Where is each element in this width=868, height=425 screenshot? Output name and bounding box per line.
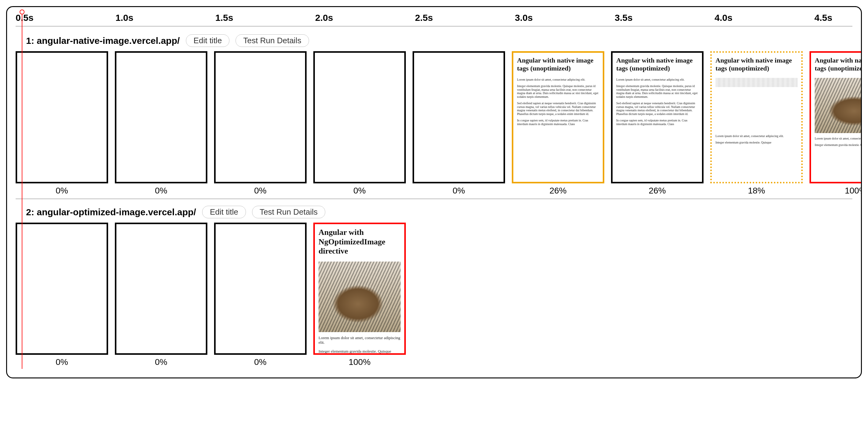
timeline-area: 0.5s1.0s1.5s2.0s2.5s3.0s3.5s4.0s4.5s 1: … <box>8 12 852 367</box>
frames-strip: 0%0%0%0%0% Angular with native image tag… <box>16 51 852 196</box>
page-title: Angular with native image tags (unoptimi… <box>517 56 599 73</box>
frame-percent: 26% <box>611 186 704 196</box>
page-preview: Angular with native image tags (unoptimi… <box>811 53 862 147</box>
lorem-paragraph: Lorem ipsum dolor sit amet, consectetur … <box>616 78 698 82</box>
lorem-paragraph: Lorem ipsum dolor sit amet, consectetur … <box>517 78 599 82</box>
page-preview: Angular with native image tags (unoptimi… <box>712 53 801 144</box>
test-run-details-button[interactable]: Test Run Details <box>236 34 309 47</box>
lorem-paragraph: In congue sapien sem, id vulputate metus… <box>616 119 698 126</box>
loading-band <box>715 78 798 87</box>
frame[interactable]: Angular with native image tags (unoptimi… <box>809 51 862 196</box>
lorem-paragraph: Integer elementum gravida molestie. Quis… <box>715 141 798 144</box>
time-tick: 4.0s <box>715 12 814 23</box>
row-title: 1: angular-native-image.vercel.app/ <box>26 35 180 46</box>
frame-thumbnail[interactable] <box>313 51 406 183</box>
frames-strip: 0%0%0% Angular with NgOptimizedImage dir… <box>16 223 852 367</box>
time-axis: 0.5s1.0s1.5s2.0s2.5s3.0s3.5s4.0s4.5s <box>16 12 852 26</box>
frame-thumbnail[interactable] <box>214 223 307 355</box>
frame[interactable]: 0% <box>214 51 307 196</box>
frame[interactable]: 0% <box>115 51 207 196</box>
hero-image <box>318 261 401 332</box>
lorem-paragraph: Lorem ipsum dolor sit amet, consectetur … <box>715 134 798 138</box>
frame[interactable]: 0% <box>313 51 406 196</box>
page-title: Angular with native image tags (unoptimi… <box>715 56 798 73</box>
time-tick: 2.0s <box>315 12 415 23</box>
frame-percent: 18% <box>710 186 803 196</box>
frame-thumbnail[interactable]: Angular with NgOptimizedImage directive … <box>313 223 406 355</box>
time-tick: 1.0s <box>116 12 215 23</box>
frame-percent: 0% <box>16 357 108 367</box>
frame-percent: 0% <box>214 186 307 196</box>
frame-thumbnail[interactable]: Angular with native image tags (unoptimi… <box>512 51 604 183</box>
time-tick: 0.5s <box>16 12 116 23</box>
frame-thumbnail[interactable] <box>115 223 207 355</box>
frame[interactable]: 0% <box>16 223 108 367</box>
page-title: Angular with native image tags (unoptimi… <box>815 56 862 73</box>
frame-percent: 100% <box>313 357 406 367</box>
frame-thumbnail[interactable]: Angular with native image tags (unoptimi… <box>809 51 862 183</box>
time-tick: 3.0s <box>515 12 615 23</box>
lorem-paragraph: Sed eleifend sapien at neque venenatis h… <box>517 102 599 116</box>
row-divider <box>16 199 852 199</box>
frame-thumbnail[interactable]: Angular with native image tags (unoptimi… <box>710 51 803 183</box>
frame-percent: 0% <box>412 186 505 196</box>
frame-thumbnail[interactable] <box>16 51 108 183</box>
frame-percent: 0% <box>115 186 207 196</box>
frame[interactable]: 0% <box>115 223 207 367</box>
frame-thumbnail[interactable] <box>16 223 108 355</box>
edit-title-button[interactable]: Edit title <box>202 206 246 218</box>
timeline-row: 1: angular-native-image.vercel.app/ Edit… <box>16 34 852 199</box>
row-header: 2: angular-optimized-image.vercel.app/ E… <box>16 206 852 218</box>
row-header: 1: angular-native-image.vercel.app/ Edit… <box>16 34 852 47</box>
page-preview: Angular with native image tags (unoptimi… <box>513 53 603 126</box>
page-preview: Angular with native image tags (unoptimi… <box>613 53 702 126</box>
time-tick: 4.5s <box>814 12 862 23</box>
frame-thumbnail[interactable] <box>412 51 505 183</box>
frame-percent: 0% <box>115 357 207 367</box>
edit-title-button[interactable]: Edit title <box>186 34 230 47</box>
lorem-paragraph: Integer elementum gravida molestie. Quis… <box>616 84 698 98</box>
hero-image <box>815 78 862 133</box>
frame-thumbnail[interactable] <box>115 51 207 183</box>
frame[interactable]: 0% <box>214 223 307 367</box>
page-title: Angular with NgOptimizedImage directive <box>318 228 401 256</box>
time-tick: 1.5s <box>215 12 315 23</box>
time-tick: 2.5s <box>415 12 515 23</box>
time-tick: 3.5s <box>615 12 715 23</box>
playhead[interactable] <box>22 12 22 369</box>
frame[interactable]: Angular with native image tags (unoptimi… <box>611 51 704 196</box>
frame-thumbnail[interactable]: Angular with native image tags (unoptimi… <box>611 51 704 183</box>
lorem-paragraph: Lorem ipsum dolor sit amet, consectetur … <box>318 336 401 345</box>
timeline-row: 2: angular-optimized-image.vercel.app/ E… <box>16 206 852 367</box>
frame[interactable]: 0% <box>412 51 505 196</box>
lorem-paragraph: Integer elementum gravida molestie. Quis… <box>815 143 862 147</box>
frame-percent: 0% <box>214 357 307 367</box>
frame[interactable]: Angular with native image tags (unoptimi… <box>512 51 604 196</box>
test-run-details-button[interactable]: Test Run Details <box>252 206 325 218</box>
frame-percent: 0% <box>313 186 406 196</box>
lorem-paragraph: Lorem ipsum dolor sit amet, consectetur … <box>815 137 862 140</box>
frame-thumbnail[interactable] <box>214 51 307 183</box>
page-preview: Angular with NgOptimizedImage directive … <box>315 224 404 354</box>
lorem-paragraph: Integer elementum gravida molestie. Quis… <box>517 84 599 98</box>
frame-percent: 0% <box>16 186 108 196</box>
frame-percent: 26% <box>512 186 604 196</box>
frame[interactable]: Angular with NgOptimizedImage directive … <box>313 223 406 367</box>
frame[interactable]: Angular with native image tags (unoptimi… <box>710 51 803 196</box>
page-title: Angular with native image tags (unoptimi… <box>616 56 698 73</box>
frame-percent: 100% <box>809 186 862 196</box>
lorem-paragraph: Integer elementum gravida molestie. Quis… <box>318 349 401 354</box>
frame[interactable]: 0% <box>16 51 108 196</box>
timeline-container: 0.5s1.0s1.5s2.0s2.5s3.0s3.5s4.0s4.5s 1: … <box>6 6 862 378</box>
row-title: 2: angular-optimized-image.vercel.app/ <box>26 207 196 218</box>
lorem-paragraph: In congue sapien sem, id vulputate metus… <box>517 119 599 126</box>
lorem-paragraph: Sed eleifend sapien at neque venenatis h… <box>616 102 698 116</box>
